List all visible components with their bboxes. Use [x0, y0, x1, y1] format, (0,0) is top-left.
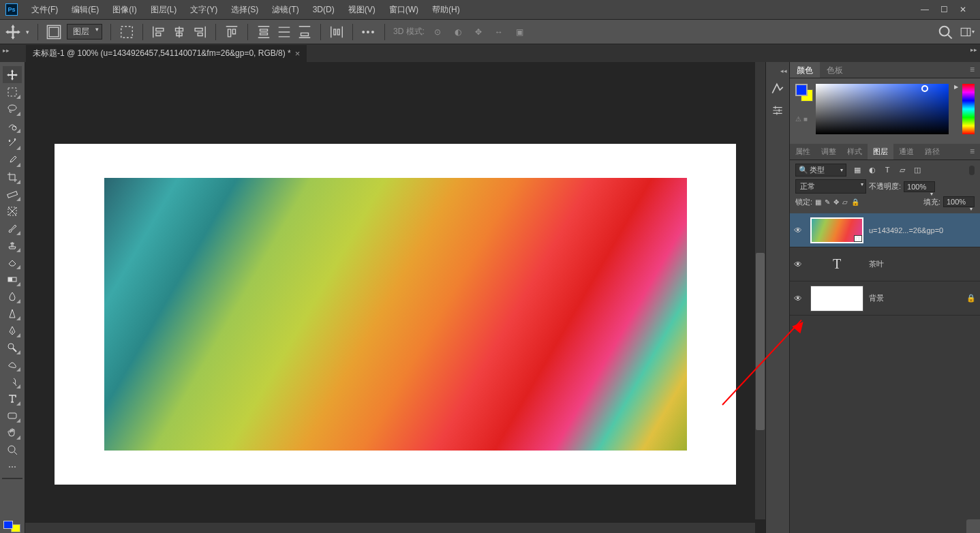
layer-thumbnail[interactable]: ◫: [810, 217, 863, 243]
align-center-h-icon[interactable]: [172, 25, 187, 40]
magic-wand-tool[interactable]: [3, 134, 22, 151]
layer-row[interactable]: 👁 ◫ u=143492...=26&gp=0: [790, 213, 980, 247]
adjustments-tab[interactable]: 调整: [816, 144, 842, 159]
color-picker-field[interactable]: [816, 84, 949, 134]
tool-dropdown-icon[interactable]: ▾: [26, 29, 29, 35]
eraser-tool[interactable]: [3, 254, 22, 271]
quick-selection-tool[interactable]: [3, 117, 22, 134]
ruler-tool[interactable]: [3, 185, 22, 202]
foreground-color[interactable]: [3, 521, 13, 529]
history-panel-icon[interactable]: [770, 81, 785, 96]
sharpen-tool[interactable]: [3, 305, 22, 322]
dodge-tool[interactable]: [3, 339, 22, 356]
distribute-spacing-icon[interactable]: [329, 25, 344, 40]
maximize-button[interactable]: ☐: [939, 5, 949, 14]
hand-tool[interactable]: [3, 424, 22, 441]
color-picker-indicator[interactable]: [921, 85, 928, 92]
gradient-tool[interactable]: [3, 271, 22, 288]
workspace-switcher-icon[interactable]: ▾: [960, 25, 975, 40]
layers-tab[interactable]: 图层: [868, 144, 893, 159]
tab-close-button[interactable]: ×: [295, 48, 301, 59]
layer-visibility-icon[interactable]: 👁: [794, 260, 805, 269]
adjustments-panel-icon[interactable]: [770, 103, 785, 118]
properties-tab[interactable]: 属性: [790, 144, 816, 159]
move-tool[interactable]: [3, 66, 22, 83]
eyedropper-tool[interactable]: [3, 151, 22, 168]
distribute-center-v-icon[interactable]: [277, 25, 292, 40]
layer-visibility-icon[interactable]: 👁: [794, 226, 805, 235]
layer-thumbnail[interactable]: T: [810, 252, 863, 277]
frame-tool[interactable]: [3, 202, 22, 219]
color-tab[interactable]: 颜色: [790, 62, 820, 78]
layer-row[interactable]: 👁 背景 🔒: [790, 281, 980, 316]
filter-smart-icon[interactable]: ◫: [912, 166, 923, 174]
path-selection-tool[interactable]: [3, 373, 22, 390]
filter-pixel-icon[interactable]: ▦: [852, 166, 863, 174]
smudge-tool[interactable]: [3, 356, 22, 373]
layer-row[interactable]: 👁 T 茶叶: [790, 247, 980, 281]
layer-select-dropdown[interactable]: 图层: [67, 24, 102, 40]
layers-panel-menu-icon[interactable]: ≡: [964, 144, 980, 159]
align-top-icon[interactable]: [224, 25, 239, 40]
brush-tool[interactable]: [3, 219, 22, 237]
fill-value[interactable]: 100%: [943, 196, 975, 207]
menu-help[interactable]: 帮助(H): [425, 4, 467, 16]
channels-tab[interactable]: 通道: [893, 144, 919, 159]
paths-tab[interactable]: 路径: [919, 144, 945, 159]
panel-collapse-icon[interactable]: ▸▸: [970, 46, 977, 53]
horizontal-scrollbar-track[interactable]: [25, 523, 755, 533]
hue-strip[interactable]: [962, 84, 975, 134]
menu-file[interactable]: 文件(F): [25, 4, 65, 16]
document-tab[interactable]: 未标题-1 @ 100% (u=1434926457,541140071&fm=…: [26, 44, 307, 62]
layer-name[interactable]: 茶叶: [869, 259, 976, 269]
lasso-tool[interactable]: [3, 100, 22, 117]
panel-foreground-color[interactable]: [795, 84, 808, 96]
hue-slider-indicator[interactable]: ▶: [954, 84, 958, 138]
lock-transparency-icon[interactable]: ▦: [815, 198, 821, 206]
lock-pixels-icon[interactable]: ✎: [825, 198, 830, 206]
image-layer[interactable]: [104, 178, 687, 451]
layer-name[interactable]: u=143492...=26&gp=0: [869, 226, 976, 234]
auto-select-checkbox[interactable]: [46, 25, 61, 40]
zoom-tool[interactable]: [3, 441, 22, 458]
align-left-icon[interactable]: [151, 25, 166, 40]
collapsed-dock-chevron-icon[interactable]: ◂◂: [780, 67, 787, 74]
marquee-tool[interactable]: [3, 83, 22, 100]
menu-image[interactable]: 图像(I): [106, 4, 143, 16]
show-transform-checkbox[interactable]: [119, 25, 134, 40]
layer-lock-icon[interactable]: 🔒: [966, 294, 976, 303]
menu-view[interactable]: 视图(V): [341, 4, 382, 16]
color-warning-icon[interactable]: ⚠ ■: [795, 115, 812, 123]
canvas[interactable]: [55, 144, 736, 485]
swatches-tab[interactable]: 色板: [820, 62, 850, 78]
align-right-icon[interactable]: [192, 25, 207, 40]
filter-type-icon[interactable]: T: [882, 166, 893, 174]
rectangle-tool[interactable]: [3, 407, 22, 424]
color-swatches[interactable]: [3, 521, 17, 530]
vertical-scrollbar-thumb[interactable]: [756, 253, 765, 430]
pen-tool[interactable]: [3, 322, 22, 339]
menu-layer[interactable]: 图层(L): [144, 4, 184, 16]
lock-all-icon[interactable]: 🔒: [851, 198, 859, 206]
opacity-value[interactable]: 100%: [904, 181, 935, 192]
menu-select[interactable]: 选择(S): [224, 4, 265, 16]
search-icon[interactable]: [938, 25, 953, 40]
color-panel-menu-icon[interactable]: ≡: [964, 62, 980, 78]
clone-stamp-tool[interactable]: [3, 237, 22, 254]
blur-tool[interactable]: [3, 288, 22, 305]
toolbar-collapse-icon[interactable]: ▸▸: [3, 47, 10, 54]
minimize-button[interactable]: —: [920, 5, 930, 14]
blend-mode-dropdown[interactable]: 正常: [795, 179, 866, 194]
menu-3d[interactable]: 3D(D): [306, 5, 341, 14]
vertical-scrollbar-track[interactable]: [755, 62, 765, 519]
move-tool-icon[interactable]: [5, 25, 20, 40]
menu-type[interactable]: 文字(Y): [183, 4, 224, 16]
edit-toolbar-icon[interactable]: ⋯: [3, 458, 22, 475]
close-button[interactable]: ✕: [958, 5, 968, 14]
type-tool[interactable]: [3, 390, 22, 407]
menu-edit[interactable]: 编辑(E): [65, 4, 106, 16]
menu-filter[interactable]: 滤镜(T): [265, 4, 305, 16]
crop-tool[interactable]: [3, 168, 22, 185]
more-options-icon[interactable]: •••: [361, 25, 376, 40]
distribute-top-icon[interactable]: [256, 25, 271, 40]
